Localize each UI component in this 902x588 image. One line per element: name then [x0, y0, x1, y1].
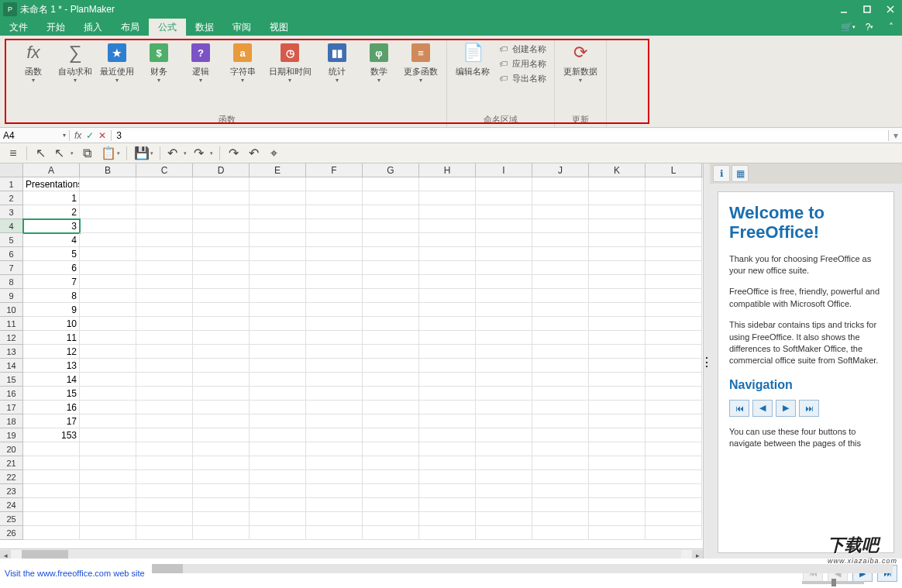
cell[interactable]	[532, 484, 589, 498]
cell[interactable]	[250, 219, 306, 233]
cell[interactable]	[363, 526, 419, 540]
menu-tab-插入[interactable]: 插入	[74, 19, 112, 36]
cell[interactable]	[363, 247, 419, 261]
cell[interactable]	[23, 512, 80, 526]
menu-tab-布局[interactable]: 布局	[112, 19, 149, 36]
cell[interactable]	[589, 359, 646, 373]
cell[interactable]	[250, 526, 306, 540]
menu-button[interactable]: ≡	[5, 145, 22, 162]
info-icon[interactable]: ℹ	[713, 165, 730, 182]
cell[interactable]	[419, 261, 476, 275]
cell[interactable]	[80, 219, 136, 233]
cell[interactable]	[532, 289, 589, 303]
cell[interactable]	[306, 373, 363, 387]
cell[interactable]	[193, 205, 250, 219]
undo-dd-button[interactable]: ↶	[165, 145, 188, 162]
cell[interactable]	[419, 414, 476, 428]
ribbon-创建名称-button[interactable]: 🏷创建名称	[494, 42, 549, 56]
cell[interactable]	[589, 261, 646, 275]
cell[interactable]	[419, 191, 476, 205]
nav-first-button[interactable]: ⏮	[729, 400, 749, 417]
cell[interactable]	[646, 177, 702, 191]
cell[interactable]	[306, 261, 363, 275]
cell[interactable]	[306, 303, 363, 317]
cell[interactable]	[306, 484, 363, 498]
cell[interactable]	[532, 247, 589, 261]
cell[interactable]	[589, 442, 646, 456]
cell[interactable]	[136, 289, 193, 303]
cell[interactable]	[419, 345, 476, 359]
cell[interactable]	[476, 470, 532, 484]
cell[interactable]	[80, 275, 136, 289]
zoom-slider[interactable]	[802, 581, 864, 584]
cell[interactable]	[646, 205, 702, 219]
cell[interactable]	[193, 261, 250, 275]
cell[interactable]	[193, 498, 250, 512]
cell[interactable]	[646, 470, 702, 484]
cell[interactable]	[589, 498, 646, 512]
cell[interactable]	[250, 275, 306, 289]
cell[interactable]	[363, 498, 419, 512]
minimize-button[interactable]	[832, 0, 856, 19]
cell[interactable]	[419, 373, 476, 387]
cell[interactable]	[646, 233, 702, 247]
row-header[interactable]: 6	[0, 247, 23, 261]
cell[interactable]	[193, 512, 250, 526]
ribbon-编辑名称-button[interactable]: 📄编辑名称	[452, 40, 494, 77]
cell[interactable]	[306, 317, 363, 331]
ribbon-更多函数-button[interactable]: ≡更多函数▾	[400, 40, 442, 84]
cell[interactable]	[419, 289, 476, 303]
ribbon-数学-button[interactable]: φ数学▾	[358, 40, 400, 84]
cell[interactable]	[193, 442, 250, 456]
cell[interactable]	[532, 303, 589, 317]
cell[interactable]	[136, 512, 193, 526]
column-header[interactable]: J	[532, 163, 589, 177]
nav-prev-button[interactable]: ◀	[752, 400, 773, 417]
cell[interactable]	[419, 442, 476, 456]
cell[interactable]	[250, 456, 306, 470]
cart-icon[interactable]: 🛒▾	[837, 19, 859, 36]
cell[interactable]	[532, 261, 589, 275]
cell[interactable]	[80, 470, 136, 484]
cell[interactable]	[646, 456, 702, 470]
cell[interactable]	[250, 233, 306, 247]
cell[interactable]	[193, 331, 250, 345]
cell[interactable]	[80, 289, 136, 303]
cell[interactable]	[589, 373, 646, 387]
cell[interactable]	[193, 456, 250, 470]
cancel-icon[interactable]: ✕	[98, 130, 106, 141]
cell[interactable]	[589, 205, 646, 219]
cell[interactable]	[136, 414, 193, 428]
cell[interactable]	[306, 331, 363, 345]
cell[interactable]: 10	[23, 317, 80, 331]
cell[interactable]	[589, 317, 646, 331]
cell[interactable]	[193, 191, 250, 205]
cell[interactable]	[363, 233, 419, 247]
cell[interactable]	[363, 512, 419, 526]
cell[interactable]	[193, 275, 250, 289]
cell[interactable]: 2	[23, 205, 80, 219]
cell[interactable]	[419, 219, 476, 233]
cell[interactable]	[193, 373, 250, 387]
cell[interactable]	[532, 359, 589, 373]
cell[interactable]	[306, 205, 363, 219]
cell[interactable]	[646, 219, 702, 233]
grid-icon[interactable]: ▦	[732, 165, 749, 182]
cell[interactable]	[646, 526, 702, 540]
cell[interactable]	[363, 387, 419, 401]
cell[interactable]	[476, 387, 532, 401]
cell[interactable]	[136, 191, 193, 205]
cell[interactable]	[419, 470, 476, 484]
cell[interactable]	[646, 359, 702, 373]
cell[interactable]	[532, 498, 589, 512]
cell[interactable]	[646, 247, 702, 261]
cell[interactable]: 8	[23, 289, 80, 303]
row-header[interactable]: 4	[0, 219, 23, 233]
cell[interactable]	[306, 359, 363, 373]
cell[interactable]	[363, 177, 419, 191]
cell[interactable]	[193, 470, 250, 484]
row-header[interactable]: 19	[0, 428, 23, 442]
cell[interactable]	[250, 261, 306, 275]
select-all-corner[interactable]	[0, 163, 23, 177]
cell[interactable]	[136, 387, 193, 401]
